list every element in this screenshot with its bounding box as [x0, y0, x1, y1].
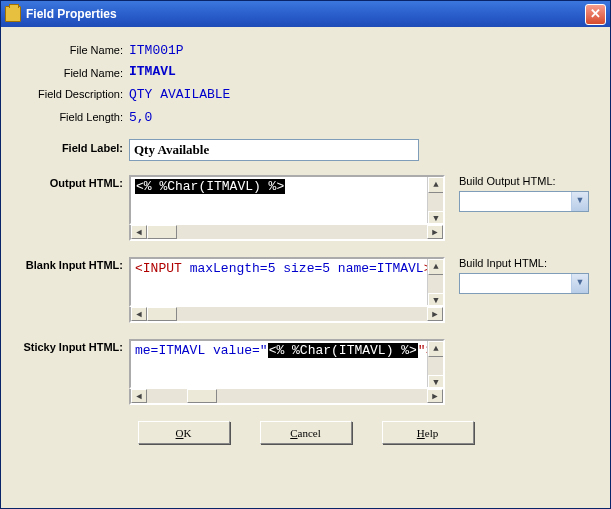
- chevron-down-icon[interactable]: ▼: [571, 192, 588, 211]
- field-label-input[interactable]: [129, 139, 419, 161]
- dialog-content: File Name: ITM001P Field Name: ITMAVL Fi…: [1, 27, 610, 454]
- scroll-left-icon[interactable]: ◄: [131, 389, 147, 403]
- scroll-left-icon[interactable]: ◄: [131, 225, 147, 239]
- scroll-right-icon[interactable]: ►: [427, 225, 443, 239]
- field-desc-label: Field Description:: [19, 85, 129, 100]
- scroll-down-icon[interactable]: ▼: [428, 375, 444, 389]
- box-icon: [5, 6, 21, 22]
- scroll-up-icon[interactable]: ▲: [428, 177, 444, 193]
- field-properties-window: Field Properties ✕ File Name: ITM001P Fi…: [0, 0, 611, 509]
- close-button[interactable]: ✕: [585, 4, 606, 25]
- vscrollbar[interactable]: ▲ ▼: [427, 259, 443, 307]
- titlebar[interactable]: Field Properties ✕: [1, 1, 610, 27]
- blank-input-html-textarea[interactable]: <INPUT maxLength=5 size=5 name=ITMAVL> ▲…: [129, 257, 445, 307]
- help-button[interactable]: Help: [382, 421, 474, 444]
- scroll-down-icon[interactable]: ▼: [428, 293, 444, 307]
- hscroll-thumb[interactable]: [187, 389, 217, 403]
- file-name-label: File Name:: [19, 41, 129, 56]
- file-name-value: ITM001P: [129, 41, 184, 58]
- output-html-code: <% %Char(ITMAVL) %>: [135, 179, 285, 194]
- field-label-label: Field Label:: [19, 139, 129, 154]
- output-html-textarea[interactable]: <% %Char(ITMAVL) %> ▲ ▼: [129, 175, 445, 225]
- build-output-html-combo[interactable]: ▼: [459, 191, 589, 212]
- build-output-html-label: Build Output HTML:: [459, 175, 579, 187]
- scroll-down-icon[interactable]: ▼: [428, 211, 444, 225]
- window-title: Field Properties: [26, 7, 117, 21]
- hscrollbar[interactable]: ◄ ►: [129, 225, 445, 241]
- chevron-down-icon[interactable]: ▼: [571, 274, 588, 293]
- field-length-label: Field Length:: [19, 108, 129, 123]
- output-html-label: Output HTML:: [19, 175, 129, 189]
- vscrollbar[interactable]: ▲ ▼: [427, 177, 443, 225]
- sticky-input-html-label: Sticky Input HTML:: [19, 339, 129, 353]
- build-input-html-label: Build Input HTML:: [459, 257, 579, 269]
- button-row: OK Cancel Help: [19, 421, 592, 444]
- field-name-value: ITMAVL: [129, 64, 176, 79]
- ok-button[interactable]: OK: [138, 421, 230, 444]
- scroll-left-icon[interactable]: ◄: [131, 307, 147, 321]
- cancel-button[interactable]: Cancel: [260, 421, 352, 444]
- field-name-label: Field Name:: [19, 64, 129, 79]
- scroll-right-icon[interactable]: ►: [427, 307, 443, 321]
- hscroll-thumb[interactable]: [147, 307, 177, 321]
- hscrollbar[interactable]: ◄ ►: [129, 389, 445, 405]
- scroll-up-icon[interactable]: ▲: [428, 341, 444, 357]
- build-input-html-combo[interactable]: ▼: [459, 273, 589, 294]
- scroll-up-icon[interactable]: ▲: [428, 259, 444, 275]
- sticky-input-html-textarea[interactable]: me=ITMAVL value="<% %Char(ITMAVL) %>"> ▲…: [129, 339, 445, 389]
- blank-input-html-label: Blank Input HTML:: [19, 257, 129, 271]
- hscrollbar[interactable]: ◄ ►: [129, 307, 445, 323]
- hscroll-thumb[interactable]: [147, 225, 177, 239]
- field-desc-value: QTY AVAILABLE: [129, 85, 230, 102]
- field-length-value: 5,0: [129, 108, 152, 125]
- vscrollbar[interactable]: ▲ ▼: [427, 341, 443, 389]
- scroll-right-icon[interactable]: ►: [427, 389, 443, 403]
